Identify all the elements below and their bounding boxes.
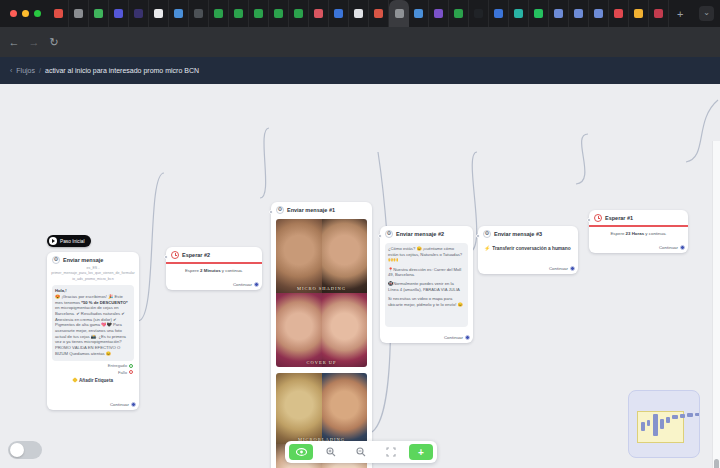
back-chevron-icon[interactable]: ‹ bbox=[10, 67, 12, 74]
close-window-button[interactable] bbox=[10, 10, 17, 17]
node-wait-1[interactable]: Esperar #1 Espere 23 Horas y continua. C… bbox=[589, 210, 688, 253]
browser-tab[interactable] bbox=[369, 0, 389, 27]
preview-button[interactable] bbox=[289, 444, 313, 460]
browser-tab[interactable] bbox=[249, 0, 269, 27]
node-title: Esperar #2 bbox=[182, 252, 210, 258]
minimize-window-button[interactable] bbox=[22, 10, 29, 17]
browser-tab[interactable] bbox=[229, 0, 249, 27]
fit-view-button[interactable] bbox=[379, 444, 403, 460]
breadcrumb: ‹ Flujos / activar al inicio para intere… bbox=[10, 67, 199, 74]
continue-label: Continuar bbox=[659, 245, 678, 250]
browser-tab[interactable] bbox=[49, 0, 69, 27]
node-wait-2[interactable]: Esperar #2 Espere 2 Minutos y continua. … bbox=[166, 247, 262, 290]
breadcrumb-flows-link[interactable]: Flujos bbox=[16, 67, 35, 74]
input-connector-icon[interactable] bbox=[269, 210, 273, 214]
browser-tab[interactable] bbox=[349, 0, 369, 27]
tab-favicon bbox=[594, 9, 603, 18]
node-send-message-3[interactable]: ⚙ Enviar mensaje #3 ⚡ Transferir convers… bbox=[478, 226, 578, 274]
browser-tab[interactable] bbox=[569, 0, 589, 27]
add-node-button[interactable]: + bbox=[409, 444, 433, 460]
input-connector-icon[interactable] bbox=[476, 234, 480, 238]
continue-handle[interactable]: Continuar bbox=[549, 266, 574, 271]
browser-tab[interactable] bbox=[389, 0, 409, 27]
output-connector-icon[interactable] bbox=[465, 335, 470, 340]
output-connector-icon[interactable] bbox=[570, 266, 575, 271]
browser-tab[interactable] bbox=[609, 0, 629, 27]
back-icon[interactable]: ← bbox=[4, 36, 24, 48]
input-connector-icon[interactable] bbox=[587, 218, 591, 222]
browser-tab[interactable] bbox=[169, 0, 189, 27]
tab-favicon bbox=[54, 9, 63, 18]
zoom-out-button[interactable] bbox=[349, 444, 373, 460]
input-connector-icon[interactable] bbox=[164, 255, 168, 259]
browser-tab[interactable] bbox=[69, 0, 89, 27]
browser-tab[interactable] bbox=[89, 0, 109, 27]
continue-handle[interactable]: Continuar bbox=[110, 402, 135, 407]
new-tab-button[interactable]: + bbox=[677, 8, 683, 20]
reload-icon[interactable]: ↻ bbox=[44, 36, 64, 49]
browser-tab[interactable] bbox=[629, 0, 649, 27]
browser-tab[interactable] bbox=[109, 0, 129, 27]
output-connector-icon[interactable] bbox=[680, 245, 685, 250]
transfer-to-human-row: ⚡ Transferir conversación a humano bbox=[484, 245, 572, 251]
zoom-in-button[interactable] bbox=[319, 444, 343, 460]
delivered-connector-icon[interactable] bbox=[129, 364, 133, 368]
zoom-window-button[interactable] bbox=[34, 10, 41, 17]
browser-tab[interactable] bbox=[129, 0, 149, 27]
tab-search-chevron-icon[interactable]: ⌄ bbox=[699, 6, 714, 21]
minimap[interactable] bbox=[628, 390, 700, 458]
browser-tab[interactable] bbox=[489, 0, 509, 27]
browser-tab[interactable] bbox=[429, 0, 449, 27]
start-step-pill[interactable]: Paso Inicial bbox=[47, 235, 91, 247]
message-preview-bubble[interactable]: ¿Cómo estás? 😊 ¡cuéntame cómo están tus … bbox=[385, 243, 468, 327]
browser-tab[interactable] bbox=[529, 0, 549, 27]
browser-tab[interactable] bbox=[449, 0, 469, 27]
browser-tab[interactable] bbox=[589, 0, 609, 27]
output-connector-icon[interactable] bbox=[131, 402, 136, 407]
failed-connector-icon[interactable] bbox=[129, 370, 133, 374]
browser-tab[interactable] bbox=[649, 0, 669, 27]
message-preview-bubble[interactable]: Hola,! 😍 ¡Gracias por escribirnos! 🎉 Est… bbox=[52, 285, 134, 361]
wait-accent-line bbox=[166, 262, 262, 264]
node-header: ⚙ Enviar mensaje #1 bbox=[271, 202, 372, 216]
message-paragraph: 📍Nuestra dirección es: Carrer del Moll 4… bbox=[388, 267, 465, 278]
attachment-image-1[interactable]: MICRO SHADING COVER UP bbox=[276, 219, 367, 367]
tab-favicon bbox=[654, 9, 663, 18]
forward-icon[interactable]: → bbox=[24, 36, 44, 48]
node-send-message-2[interactable]: ⚙ Enviar mensaje #2 ¿Cómo estás? 😊 ¡cuén… bbox=[380, 226, 473, 343]
browser-tab[interactable] bbox=[409, 0, 429, 27]
flow-canvas[interactable]: Paso Inicial ⚙ Enviar mensaje es_ES - pr… bbox=[0, 84, 720, 468]
browser-tab[interactable] bbox=[549, 0, 569, 27]
message-paragraph: 🚇Normalmente puedes venir en la Línea 4 … bbox=[388, 281, 465, 292]
tag-icon bbox=[72, 377, 78, 383]
browser-tab[interactable] bbox=[469, 0, 489, 27]
edge-msg3-to-wait1 bbox=[576, 134, 588, 184]
browser-tab[interactable] bbox=[289, 0, 309, 27]
clock-icon bbox=[594, 214, 602, 222]
failed-status[interactable]: Fallo bbox=[118, 370, 133, 375]
continue-handle[interactable]: Continuar bbox=[659, 245, 684, 250]
browser-tab[interactable] bbox=[269, 0, 289, 27]
node-send-message-1[interactable]: ⚙ Enviar mensaje #1 MICRO SHADING COVER … bbox=[271, 202, 372, 468]
add-tag-button[interactable]: Añadir Etiqueta bbox=[47, 378, 139, 383]
continue-handle[interactable]: Continuar bbox=[444, 335, 469, 340]
delivered-status[interactable]: Entregado bbox=[108, 363, 133, 368]
input-connector-icon[interactable] bbox=[378, 234, 382, 238]
node-send-message[interactable]: ⚙ Enviar mensaje es_ES - primer_mensaje_… bbox=[47, 252, 139, 410]
canvas-toggle-switch[interactable] bbox=[8, 441, 42, 459]
gear-icon: ⚙ bbox=[483, 230, 491, 238]
browser-tab[interactable] bbox=[329, 0, 349, 27]
browser-tab[interactable] bbox=[309, 0, 329, 27]
flow-editor-header: ‹ Flujos / activar al inicio para intere… bbox=[0, 57, 720, 84]
start-step-label: Paso Inicial bbox=[60, 239, 85, 244]
continue-handle[interactable]: Continuar bbox=[233, 282, 258, 287]
browser-tab[interactable] bbox=[189, 0, 209, 27]
scrollbar-thumb[interactable] bbox=[714, 459, 719, 468]
browser-tab[interactable] bbox=[209, 0, 229, 27]
browser-tab[interactable] bbox=[509, 0, 529, 27]
browser-tab[interactable] bbox=[149, 0, 169, 27]
vertical-scrollbar[interactable] bbox=[712, 141, 720, 468]
output-connector-icon[interactable] bbox=[254, 282, 259, 287]
macos-window-controls[interactable] bbox=[10, 10, 41, 17]
node-header: ⚙ Enviar mensaje #3 bbox=[478, 226, 578, 240]
